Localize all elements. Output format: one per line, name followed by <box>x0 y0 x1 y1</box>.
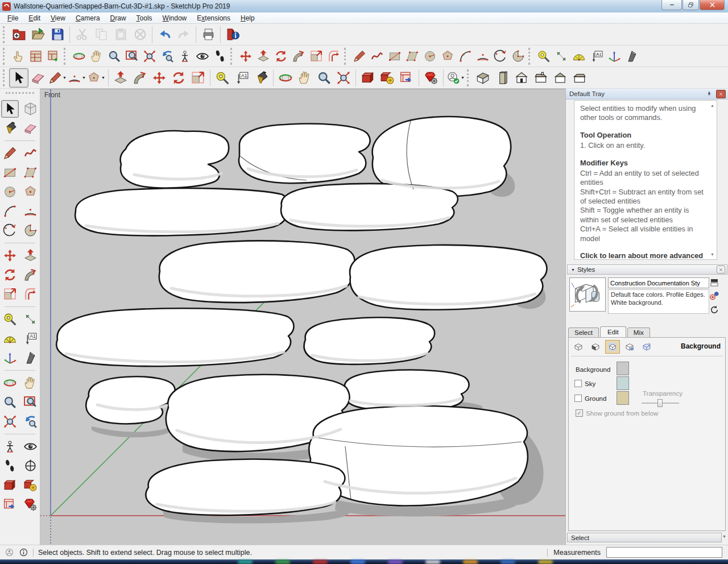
taskbar-icon[interactable] <box>425 560 440 564</box>
text-button[interactable] <box>588 47 605 66</box>
title-bar[interactable]: Wallstone-Quarried-Snapped-Barn-Cut-3D-#… <box>0 0 728 13</box>
move-button[interactable] <box>1 247 19 264</box>
minimize-button[interactable] <box>661 0 682 10</box>
view-right-button[interactable] <box>531 68 551 88</box>
navigation-button[interactable] <box>22 457 39 475</box>
extension-coin-button[interactable] <box>22 476 39 494</box>
menu-tools[interactable]: Tools <box>131 14 158 23</box>
rectangle-button[interactable] <box>1 164 19 181</box>
update-style-button[interactable] <box>709 305 721 316</box>
follow-me-button[interactable] <box>130 68 150 88</box>
protractor-button[interactable] <box>570 47 588 66</box>
push-pull-button[interactable] <box>22 247 39 264</box>
scroll-up-arrow[interactable]: ▲ <box>709 102 715 109</box>
rotate-button[interactable] <box>1 266 19 284</box>
menu-file[interactable]: File <box>2 14 23 23</box>
menu-camera[interactable]: Camera <box>71 14 105 23</box>
extension-export-button[interactable] <box>1 496 19 513</box>
toolbar-grip[interactable] <box>3 26 6 43</box>
component-options-button[interactable] <box>27 47 44 66</box>
zoom-previous-button[interactable] <box>158 47 176 66</box>
arc-button[interactable] <box>1 202 19 220</box>
look-around-button[interactable] <box>193 47 211 66</box>
menu-edit[interactable]: Edit <box>23 14 46 23</box>
tray-header[interactable]: Default Tray <box>566 89 728 99</box>
circle-button[interactable] <box>421 47 439 66</box>
menu-help[interactable]: Help <box>235 14 260 23</box>
rotate-button[interactable] <box>169 68 188 88</box>
sidebar-grip[interactable] <box>6 92 34 96</box>
model-viewport[interactable]: Front <box>40 89 565 545</box>
eraser-button[interactable] <box>22 119 39 137</box>
polygon-button[interactable] <box>439 47 456 66</box>
tab-select[interactable]: Select <box>568 327 599 337</box>
tab-edit[interactable]: Edit <box>600 326 626 337</box>
line-button[interactable]: ▼ <box>48 68 67 88</box>
protractor-button[interactable] <box>1 330 19 347</box>
pan-button[interactable] <box>22 374 39 392</box>
view-iso-button[interactable] <box>473 68 493 88</box>
taskbar-icon[interactable] <box>275 560 290 564</box>
tray-close-button[interactable] <box>716 90 726 98</box>
taskbar-icon[interactable] <box>463 560 478 564</box>
print-button[interactable] <box>198 25 218 44</box>
rectangle-button[interactable] <box>386 47 403 66</box>
close-button[interactable] <box>700 0 725 10</box>
zoom-previous-button[interactable] <box>22 413 39 430</box>
tape-measure-button[interactable] <box>535 47 552 66</box>
three-point-arc-button[interactable] <box>1 222 19 239</box>
tape-measure-button[interactable] <box>1 310 19 328</box>
section-plane-button[interactable] <box>22 349 39 367</box>
dropdown-arrow-icon[interactable]: ▼ <box>461 76 465 80</box>
open-file-button[interactable] <box>28 25 48 44</box>
taskbar-icon[interactable] <box>350 560 365 564</box>
select-button[interactable] <box>9 68 28 88</box>
walk-button[interactable] <box>1 457 19 475</box>
polygon-button[interactable] <box>22 183 39 201</box>
undo-button[interactable] <box>155 25 174 44</box>
orbit-button[interactable] <box>1 374 19 392</box>
credits-info-icon[interactable] <box>19 548 28 557</box>
taskbar-icon[interactable] <box>500 560 515 564</box>
text-button[interactable] <box>232 68 251 88</box>
move-button[interactable] <box>237 47 254 66</box>
transparency-slider[interactable] <box>642 399 679 407</box>
paint-bucket-button[interactable] <box>251 68 271 88</box>
scale-button[interactable] <box>188 68 208 88</box>
style-thumbnail[interactable] <box>569 277 606 312</box>
make-component-button[interactable] <box>22 100 39 118</box>
edit-edge-button[interactable] <box>571 340 586 354</box>
ground-checkbox[interactable] <box>574 395 582 402</box>
collapse-triangle-icon[interactable]: ▼ <box>571 268 575 272</box>
orbit-button[interactable] <box>70 47 88 66</box>
save-button[interactable] <box>48 25 67 44</box>
toolbar-grip[interactable] <box>467 69 470 86</box>
new-file-button[interactable] <box>9 25 28 44</box>
tape-measure-button[interactable] <box>213 68 232 88</box>
zoom-button[interactable] <box>105 47 123 66</box>
component-attributes-button[interactable] <box>44 47 62 66</box>
windows-taskbar[interactable] <box>0 559 728 564</box>
two-point-arc-button[interactable]: ▼ <box>67 68 86 88</box>
secondary-pane-button[interactable] <box>709 277 721 289</box>
taskbar-icon[interactable] <box>313 560 328 564</box>
pan-button[interactable] <box>295 68 315 88</box>
style-name-input[interactable] <box>608 277 709 288</box>
model-info-button[interactable] <box>223 25 242 44</box>
slider-thumb[interactable] <box>657 399 663 407</box>
axes-button[interactable] <box>1 349 19 367</box>
measurements-input[interactable] <box>606 547 722 558</box>
section-plane-button[interactable] <box>623 47 640 66</box>
restore-button[interactable] <box>682 0 699 10</box>
view-left-button[interactable] <box>570 68 589 88</box>
scroll-down-arrow[interactable]: ▼ <box>709 251 715 258</box>
circle-button[interactable] <box>1 183 19 201</box>
extension-box-button[interactable] <box>358 68 378 88</box>
sky-checkbox[interactable] <box>574 380 582 387</box>
menu-view[interactable]: View <box>46 14 71 23</box>
ruby-gear-button[interactable] <box>22 496 39 513</box>
scale-button[interactable] <box>307 47 325 66</box>
freehand-button[interactable] <box>368 47 386 66</box>
follow-me-button[interactable] <box>289 47 307 66</box>
edit-watermark-button[interactable] <box>622 340 637 354</box>
